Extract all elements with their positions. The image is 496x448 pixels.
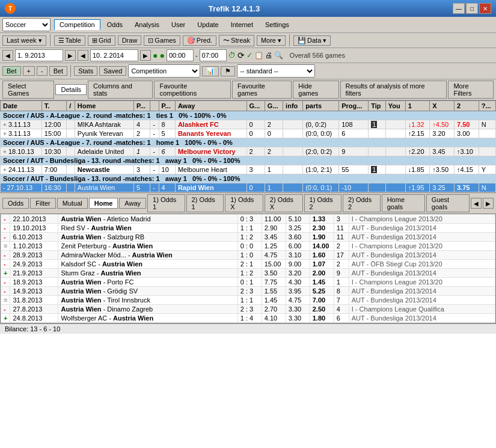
subtab-2oddsx[interactable]: 2) Odds X [265, 194, 303, 212]
sub-table-row[interactable]: - 19.10.2013 Ried SV - Austria Wien 1 : … [1, 224, 495, 233]
cell-expand[interactable]: + 18.10.13 [1, 147, 42, 156]
col-p1[interactable]: P... [133, 101, 150, 111]
subtab-odds[interactable]: Odds [2, 198, 29, 209]
col-1[interactable]: 1 [405, 101, 430, 111]
last-week-button[interactable]: Last week ▾ [2, 35, 46, 46]
time-to[interactable] [200, 49, 227, 61]
maximize-button[interactable]: □ [466, 3, 478, 14]
menu-analysis[interactable]: Analysis [129, 19, 165, 30]
col-tip[interactable]: Tip [369, 101, 386, 111]
subtab-filter[interactable]: Filter [30, 198, 55, 209]
sub-table-row[interactable]: - 6.10.2013 Austria Wien - Salzburg RB 1… [1, 233, 495, 242]
col-p2[interactable]: P... [159, 101, 175, 111]
data-button[interactable]: 💾 Data ▾ [293, 35, 331, 46]
date-next-button[interactable]: ▶ [65, 50, 76, 61]
col-g1[interactable]: G... [246, 101, 265, 111]
date2-prev-button[interactable]: ◀ [78, 50, 88, 61]
date-prev-button[interactable]: ◀ [2, 50, 13, 61]
date2-next-button[interactable]: ▶ [140, 50, 151, 61]
sub-table-row[interactable]: - 14.9.2013 Austria Wien - Grödig SV 2 :… [1, 287, 495, 296]
competition-select[interactable]: Competition [128, 64, 200, 78]
subtab-guest-goals[interactable]: Guest goals [426, 194, 470, 212]
date-from[interactable] [15, 49, 63, 61]
subtab-away[interactable]: Away [119, 198, 146, 209]
saved-button[interactable]: Saved [99, 66, 126, 76]
sub-table-row[interactable]: = 1.10.2013 Zenit Peterburg - Austria Wi… [1, 242, 495, 251]
stats-button[interactable]: Stats [74, 66, 97, 76]
sport-select[interactable]: Soccer [2, 18, 51, 31]
subtab-1odds1[interactable]: 1) Odds 1 [147, 194, 185, 212]
col-you[interactable]: You [385, 101, 405, 111]
subtab-2odds1[interactable]: 2) Odds 1 [186, 194, 224, 212]
col-date[interactable]: Date [1, 101, 42, 111]
grid-button[interactable]: ⊞ Grid [88, 35, 115, 46]
col-away[interactable]: Away [175, 101, 246, 111]
tab-analysis-results[interactable]: Results of analysis of more filters [340, 81, 447, 99]
games-button[interactable]: ⊡ Games [144, 35, 180, 46]
minus-button[interactable]: - [37, 66, 47, 76]
sub-table-row[interactable]: = 31.8.2013 Austria Wien - Tirol Innsbru… [1, 296, 495, 305]
sub-table-row[interactable]: - 27.8.2013 Austria Wien - Dinamo Zagreb… [1, 305, 495, 314]
sub-table-row[interactable]: - 28.9.2013 Admira/Wacker Möd... - Austr… [1, 251, 495, 260]
plus-button[interactable]: + [23, 66, 35, 76]
tab-more-filters[interactable]: More Filters [448, 81, 494, 99]
col-x[interactable]: X [430, 101, 455, 111]
streak-button[interactable]: 〜 Streak [219, 35, 254, 46]
close-button[interactable]: ✕ [479, 3, 491, 14]
cell-expand[interactable]: + 24.11.13 [1, 165, 42, 174]
search-icon[interactable]: 🔍 [274, 51, 283, 60]
cell-expand[interactable]: + 3.11.13 [1, 120, 42, 129]
subtab-2odds2[interactable]: 2) Odds 2 [343, 194, 381, 212]
more-button[interactable]: More ▾ [257, 35, 286, 46]
col-prog[interactable]: Prog... [339, 101, 369, 111]
cell-expand[interactable]: - 27.10.13 [1, 183, 42, 192]
table-row[interactable]: + 3.11.13 12:00 MIKA Ashtarak 4 - 8 Alas… [1, 120, 496, 129]
tab-columns-stats[interactable]: Columns and stats [88, 81, 153, 99]
sub-table-row[interactable]: + 21.9.2013 Sturm Graz - Austria Wien 1 … [1, 269, 495, 278]
table-row[interactable]: + 24.11.13 7:00 Newcastle 3 - 10 Melbour… [1, 165, 496, 174]
bet-button[interactable]: Bet [49, 66, 68, 76]
sub-prev-button[interactable]: ◀ [471, 198, 482, 209]
menu-odds[interactable]: Odds [102, 19, 128, 30]
subtab-1oddsx[interactable]: 1) Odds X [225, 194, 263, 212]
tab-hide-games[interactable]: Hide games [293, 81, 338, 99]
sub-table-row[interactable]: + 24.8.2013 Wolfsberger AC - Austria Wie… [1, 314, 495, 323]
table-row-selected[interactable]: - 27.10.13 16:30 Austria Wien 5 - 4 Rapi… [1, 183, 496, 192]
minimize-button[interactable]: — [453, 3, 465, 14]
filter-button[interactable]: ⚑ [221, 66, 235, 76]
draw-button[interactable]: Draw [118, 35, 142, 45]
menu-competition[interactable]: Competition [54, 19, 100, 30]
subtab-1odds2[interactable]: 1) Odds 2 [304, 194, 342, 212]
pred-button[interactable]: 🎯 Pred. [183, 35, 216, 46]
col-g2[interactable]: G... [265, 101, 283, 111]
standard-select[interactable]: -- standard -- [237, 64, 315, 78]
menu-update[interactable]: Update [192, 19, 224, 30]
menu-user[interactable]: User [166, 19, 191, 30]
menu-internet[interactable]: Internet [225, 19, 259, 30]
col-t[interactable]: T. [41, 101, 66, 111]
sub-next-button[interactable]: ▶ [483, 198, 494, 209]
table-row[interactable]: + 18.10.13 10:30 Adelaide United 1 - 6 M… [1, 147, 496, 156]
subtab-home[interactable]: Home [89, 198, 118, 209]
time-from[interactable] [167, 49, 194, 61]
menu-settings[interactable]: Settings [260, 19, 295, 30]
date-to[interactable] [90, 49, 138, 61]
tab-select-games[interactable]: Select Games [2, 81, 54, 99]
tab-fav-games[interactable]: Favourite games [232, 81, 292, 99]
sub-table-row[interactable]: - 18.9.2013 Austria Wien - Porto FC 0 : … [1, 278, 495, 287]
odds-button[interactable]: Bet [2, 66, 21, 76]
cell-expand[interactable]: + 3.11.13 [1, 129, 42, 138]
check-icon[interactable]: ✓ [246, 51, 253, 60]
col-parts[interactable]: parts [303, 101, 339, 111]
refresh-icon[interactable]: ⟳ [237, 51, 245, 60]
print-icon[interactable]: 🖨 [265, 51, 272, 60]
sub-table-row[interactable]: - 22.10.2013 Austria Wien - Atletico Mad… [1, 215, 495, 224]
table-button[interactable]: ☰ Table [54, 35, 85, 46]
tab-fav-competitions[interactable]: Favourite competitions [154, 81, 231, 99]
tab-details[interactable]: Details [55, 84, 87, 95]
col-2[interactable]: 2 [455, 101, 479, 111]
copy-icon[interactable]: 📋 [254, 51, 263, 60]
col-home[interactable]: Home [75, 101, 133, 111]
sub-table-row[interactable]: - 24.9.2013 Kalsdorf SC - Austria Wien 2… [1, 260, 495, 269]
col-info[interactable]: info [283, 101, 303, 111]
